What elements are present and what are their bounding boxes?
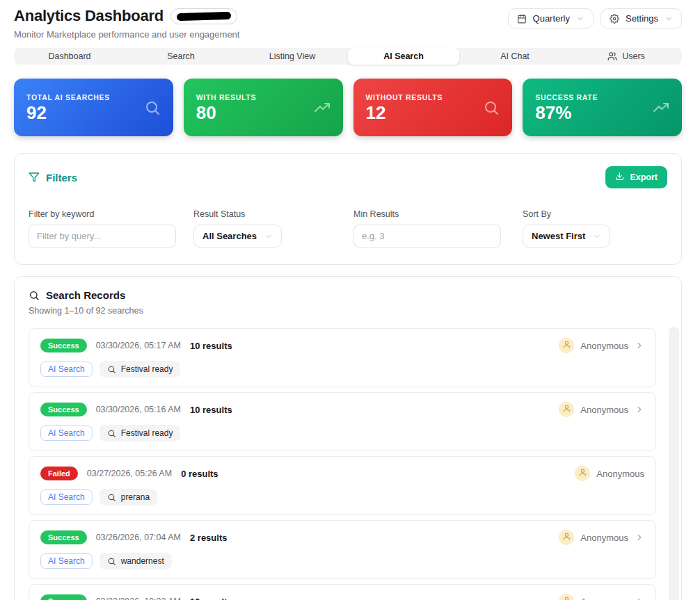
header-actions: Quarterly Settings (508, 7, 682, 29)
query-pill: wandernest (100, 553, 172, 569)
stat-label: SUCCESS RATE (535, 93, 598, 102)
record-user: Anonymous (580, 597, 628, 600)
search-record-row[interactable]: Failed 03/27/2026, 05:26 AM 0 results An… (29, 456, 656, 515)
avatar (575, 466, 590, 481)
search-icon (29, 290, 40, 301)
user-icon (562, 403, 571, 416)
record-timestamp: 03/23/2026, 10:32 AM (96, 597, 181, 600)
chevron-down-icon (576, 15, 584, 23)
search-icon (144, 99, 161, 116)
record-results-count: 2 results (190, 533, 227, 543)
search-icon (107, 493, 116, 502)
status-badge: Success (40, 594, 87, 600)
record-list: Success 03/30/2026, 05:17 AM 10 results … (29, 328, 656, 600)
filter-select-value: All Searches (202, 231, 257, 241)
download-icon (615, 172, 624, 183)
record-timestamp: 03/27/2026, 05:26 AM (87, 469, 172, 478)
stat-card-text: WITH RESULTS 80 (196, 93, 256, 122)
stat-cards: TOTAL AI SEARCHES 92 WITH RESULTS 80 WIT… (14, 79, 682, 136)
export-label: Export (630, 172, 658, 182)
stat-card-text: WITHOUT RESULTS 12 (366, 93, 443, 122)
record-timestamp: 03/30/2026, 05:16 AM (96, 405, 181, 414)
filter-field: Min Results (353, 209, 523, 248)
settings-label: Settings (626, 13, 658, 24)
search-icon (107, 557, 116, 566)
avatar (559, 594, 574, 600)
filter-field-label: Filter by keyword (29, 209, 193, 219)
filter-field: Filter by keyword (29, 209, 193, 248)
status-badge: Failed (40, 467, 78, 480)
query-text: prerana (121, 492, 150, 502)
filter-select-value: Newest First (532, 231, 585, 241)
stat-value: 87% (535, 104, 598, 122)
avatar (559, 530, 574, 545)
redacted-text-blob (177, 11, 231, 20)
filters-title: Filters (29, 172, 77, 184)
filter-icon (29, 172, 40, 183)
search-record-row[interactable]: Success 03/23/2026, 10:32 AM 10 results … (29, 584, 656, 600)
tab-label: Search (167, 51, 195, 61)
tab-label: Listing View (269, 51, 315, 61)
search-record-row[interactable]: Success 03/30/2026, 05:16 AM 10 results … (29, 392, 656, 451)
query-text: Festival ready (121, 428, 173, 438)
status-badge: Success (40, 403, 87, 416)
tab-label: Dashboard (48, 51, 90, 61)
nav-tab-search[interactable]: Search (125, 48, 237, 65)
settings-button[interactable]: Settings (600, 8, 682, 29)
filter-select[interactable]: Newest First (523, 225, 610, 248)
tab-label: AI Chat (500, 51, 530, 61)
record-timestamp: 03/26/2026, 07:04 AM (96, 533, 181, 542)
nav-tab-users[interactable]: Users (571, 48, 682, 65)
record-results-count: 10 results (190, 597, 232, 600)
search-icon (107, 365, 116, 374)
stat-label: WITHOUT RESULTS (366, 93, 443, 102)
records-title: Search Records (29, 289, 667, 301)
search-record-row[interactable]: Success 03/26/2026, 07:04 AM 2 results A… (29, 520, 656, 579)
nav-tab-dashboard[interactable]: Dashboard (14, 48, 125, 65)
records-summary: Showing 1–10 of 92 searches (29, 306, 667, 316)
redacted-badge (170, 8, 237, 24)
filter-select[interactable]: All Searches (193, 225, 282, 248)
analytics-dashboard-page: Analytics Dashboard Monitor Marketplace … (0, 0, 700, 600)
user-icon (578, 467, 587, 480)
stat-card-text: SUCCESS RATE 87% (535, 93, 598, 122)
status-badge: Success (40, 339, 87, 352)
records-scrollbar[interactable] (669, 327, 679, 600)
stat-card-text: TOTAL AI SEARCHES 92 (26, 93, 110, 122)
search-record-row[interactable]: Success 03/30/2026, 05:17 AM 10 results … (29, 328, 656, 387)
search-records-panel: Search Records Showing 1–10 of 92 search… (14, 276, 682, 600)
chevron-right-icon (635, 533, 644, 542)
tab-label: AI Search (383, 51, 424, 61)
search-type-badge: AI Search (40, 362, 93, 377)
record-results-count: 0 results (181, 469, 218, 479)
record-user: Anonymous (580, 405, 628, 415)
record-results-count: 10 results (190, 341, 232, 351)
trending-up-icon (314, 99, 331, 116)
query-pill: prerana (100, 489, 157, 505)
header-left: Analytics Dashboard Monitor Marketplace … (14, 7, 239, 40)
export-button[interactable]: Export (605, 166, 667, 188)
nav-tab-ai-search[interactable]: AI Search (348, 48, 459, 65)
record-user: Anonymous (596, 469, 644, 479)
nav-tab-ai-chat[interactable]: AI Chat (459, 48, 571, 65)
gear-icon (610, 14, 619, 24)
user-icon (562, 595, 571, 600)
period-select-button[interactable]: Quarterly (508, 8, 594, 29)
chevron-down-icon (264, 232, 273, 241)
filter-input[interactable] (353, 225, 501, 248)
filter-input[interactable] (29, 225, 176, 248)
record-user: Anonymous (580, 341, 628, 351)
filters-title-label: Filters (46, 172, 77, 184)
chevron-down-icon (593, 232, 601, 241)
period-select-label: Quarterly (533, 13, 570, 24)
nav-tab-listing-view[interactable]: Listing View (237, 48, 348, 65)
chevron-right-icon (635, 597, 644, 600)
search-icon (483, 99, 500, 116)
record-user: Anonymous (580, 533, 628, 543)
calendar-icon (517, 14, 527, 24)
query-pill: Festival ready (100, 361, 181, 378)
query-pill: Festival ready (100, 425, 181, 441)
stat-card: SUCCESS RATE 87% (523, 79, 682, 136)
filter-field-label: Sort By (523, 209, 667, 219)
chevron-right-icon (635, 405, 644, 414)
